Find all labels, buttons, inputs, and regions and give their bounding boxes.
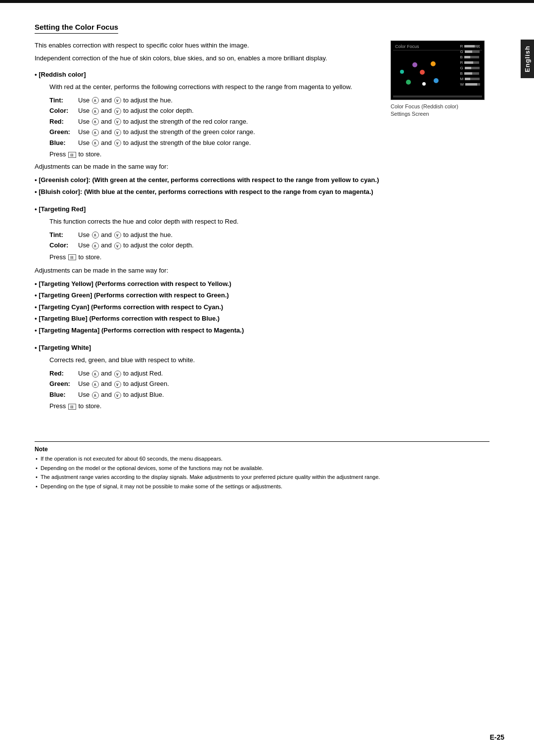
press-store-2: Press ⊟ to store. xyxy=(49,252,490,263)
press-store-1: Press ⊟ to store. xyxy=(49,149,381,160)
up-arrow-icon3: ∧ xyxy=(92,118,99,125)
note-item-0: If the operation is not executed for abo… xyxy=(35,455,490,463)
up-arrow-icon4: ∧ xyxy=(92,129,99,136)
down-arrow-icon2: ∨ xyxy=(114,108,121,115)
tw-up-icon3: ∧ xyxy=(92,392,99,399)
cf-bottom-bar: ENT Next xyxy=(393,95,482,97)
section-title: Setting the Color Focus xyxy=(35,23,118,34)
down-arrow-icon: ∨ xyxy=(114,97,121,104)
white-dot xyxy=(422,82,426,86)
color-text: Use ∧ and ∨ to adjust the color depth. xyxy=(78,106,381,116)
image-column: Color Focus R xyxy=(391,41,490,170)
tw-red-label: Red: xyxy=(49,369,78,378)
targeting-bullet-3: [Targeting Blue] (Performs correction wi… xyxy=(35,314,490,324)
store-icon-3: ⊟ xyxy=(68,404,76,410)
tr-tint-label: Tint: xyxy=(49,230,78,240)
greenish-bullets: [Greenish color]: (With green at the cen… xyxy=(35,175,490,196)
cf-screen-inner: Color Focus R xyxy=(393,43,482,97)
down-arrow-icon5: ∨ xyxy=(114,140,121,146)
blue-row: Blue: Use ∧ and ∨ to adjust the strength… xyxy=(49,138,381,148)
blue-text: Use ∧ and ∨ to adjust the strength of th… xyxy=(78,138,381,148)
cf-sidebar-g: G xyxy=(460,49,480,54)
tw-up-icon: ∧ xyxy=(92,371,99,378)
tr-up-icon2: ∧ xyxy=(92,242,99,249)
targeting-bullets: [Targeting Yellow] (Performs correction … xyxy=(35,279,490,335)
targeting-bullet-0: [Targeting Yellow] (Performs correction … xyxy=(35,279,490,289)
down-arrow-icon4: ∨ xyxy=(114,129,121,136)
targeting-bullet-4: [Targeting Magenta] (Performs correction… xyxy=(35,326,490,335)
screen-caption: Color Focus (Reddish color) Settings Scr… xyxy=(391,103,490,118)
cf-sidebar-g2: G xyxy=(460,66,480,70)
red-label: Red: xyxy=(49,117,78,127)
press-store-3: Press ⊟ to store. xyxy=(49,401,490,412)
tint-row: Tint: Use ∧ and ∨ to adjust the hue. xyxy=(49,95,381,105)
targeting-white-header: [Targeting White] xyxy=(35,344,490,351)
targeting-bullet-2: [Targeting Cyan] (Performs correction wi… xyxy=(35,302,490,312)
bold-bullet-1: [Greenish color]: (With green at the cen… xyxy=(35,175,490,185)
store-icon-2: ⊟ xyxy=(68,254,76,260)
note-item-1: Depending on the model or the optional d… xyxy=(35,464,490,472)
tw-down-icon2: ∨ xyxy=(114,381,121,388)
adjustments-note-1: Adjustments can be made in the same way … xyxy=(35,163,381,170)
page-number: E-25 xyxy=(490,733,504,741)
main-content: Setting the Color Focus This enables cor… xyxy=(0,3,519,521)
tw-down-icon: ∨ xyxy=(114,371,121,378)
tw-blue-label: Blue: xyxy=(49,390,78,400)
adjustments-note-2: Adjustments can be made in the same way … xyxy=(35,267,490,274)
targeting-red-desc: This function corrects the hue and color… xyxy=(49,217,490,227)
text-column: This enables correction with respect to … xyxy=(35,41,381,170)
targeting-white-desc: Corrects red, green, and blue with respe… xyxy=(49,355,490,366)
cf-sidebar-b2: B xyxy=(460,71,480,76)
cf-sidebar: R G B R xyxy=(460,44,480,87)
tr-color-label: Color: xyxy=(49,240,78,250)
tr-color-row: Color: Use ∧ and ∨ to adjust the color d… xyxy=(49,240,490,250)
tw-green-text: Use ∧ and ∨ to adjust Green. xyxy=(78,379,490,389)
tw-blue-text: Use ∧ and ∨ to adjust Blue. xyxy=(78,390,490,400)
red-row: Red: Use ∧ and ∨ to adjust the strength … xyxy=(49,117,381,127)
targeting-white-section: [Targeting White] Corrects red, green, a… xyxy=(35,344,490,412)
tw-blue-row: Blue: Use ∧ and ∨ to adjust Blue. xyxy=(49,390,490,400)
note-section: Note If the operation is not executed fo… xyxy=(35,441,490,490)
targeting-red-content: This function corrects the hue and color… xyxy=(49,217,490,263)
green-label: Green: xyxy=(49,127,78,137)
green-row: Green: Use ∧ and ∨ to adjust the strengt… xyxy=(49,127,381,137)
tw-red-text: Use ∧ and ∨ to adjust Red. xyxy=(78,369,490,378)
cf-sidebar-g3: W xyxy=(460,82,480,87)
green-dot xyxy=(406,80,411,85)
bold-bullet-2: [Bluish color]: (With blue at the center… xyxy=(35,187,490,197)
tint-text: Use ∧ and ∨ to adjust the hue. xyxy=(78,95,381,105)
cf-bottom-right: Next xyxy=(406,96,414,97)
cf-sidebar-r: R xyxy=(460,44,480,48)
tw-green-label: Green: xyxy=(49,379,78,389)
color-row: Color: Use ∧ and ∨ to adjust the color d… xyxy=(49,106,381,116)
note-item-2: The adjustment range varies according to… xyxy=(35,473,490,481)
intro-para-2: Independent correction of the hue of ski… xyxy=(35,53,381,63)
up-arrow-icon2: ∧ xyxy=(92,108,99,115)
cf-title-left: Color Focus xyxy=(395,44,419,49)
reddish-header: [Reddish color] xyxy=(35,71,381,78)
down-arrow-icon3: ∨ xyxy=(114,118,121,125)
reddish-desc: With red at the center, performs the fol… xyxy=(49,82,381,93)
tr-down-icon: ∨ xyxy=(114,232,121,238)
tr-tint-row: Tint: Use ∧ and ∨ to adjust the hue. xyxy=(49,230,490,240)
targeting-red-header: [Targeting Red] xyxy=(35,205,490,213)
targeting-red-section: [Targeting Red] This function corrects t… xyxy=(35,205,490,263)
targeting-white-content: Corrects red, green, and blue with respe… xyxy=(49,355,490,412)
color-focus-screen: Color Focus R xyxy=(391,41,485,100)
tw-up-icon2: ∧ xyxy=(92,381,99,388)
tr-tint-text: Use ∧ and ∨ to adjust the hue. xyxy=(78,230,490,240)
cf-sidebar-b: B xyxy=(460,55,480,59)
cf-sidebar-r2: R xyxy=(460,60,480,65)
red-text: Use ∧ and ∨ to adjust the strength of th… xyxy=(78,117,381,127)
tw-down-icon3: ∨ xyxy=(114,392,121,399)
tr-color-text: Use ∧ and ∨ to adjust the color depth. xyxy=(78,240,490,250)
tr-up-icon: ∧ xyxy=(92,232,99,238)
tw-green-row: Green: Use ∧ and ∨ to adjust Green. xyxy=(49,379,490,389)
language-tab: English xyxy=(521,40,534,78)
cyan-dot xyxy=(400,70,404,74)
note-item-3: Depending on the type of signal, it may … xyxy=(35,482,490,491)
tw-red-row: Red: Use ∧ and ∨ to adjust Red. xyxy=(49,369,490,378)
up-arrow-icon5: ∧ xyxy=(92,140,99,146)
color-label: Color: xyxy=(49,106,78,116)
targeting-bullet-1: [Targeting Green] (Performs correction w… xyxy=(35,290,490,300)
